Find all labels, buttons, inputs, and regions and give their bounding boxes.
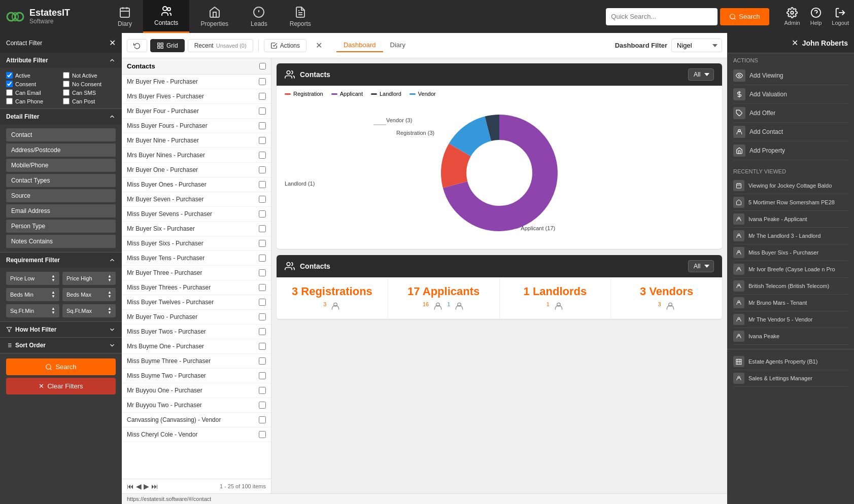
contact-row[interactable]: Mrs Buyme One - Purchaser xyxy=(122,339,271,354)
contact-row[interactable]: Miss Buyer Sixs - Purchaser xyxy=(122,236,271,251)
checkbox-can-email[interactable]: Can Email xyxy=(6,89,59,96)
filter-field-person-type[interactable]: Person Type xyxy=(6,220,116,233)
sort-order-header[interactable]: Sort Order xyxy=(0,338,122,353)
nav-properties[interactable]: Properties xyxy=(189,0,240,33)
beds-max-field[interactable]: Beds Max ▲▼ xyxy=(62,288,116,301)
bottom-item-estate[interactable]: Estate Agents Property (B1) xyxy=(733,353,848,370)
contact-row[interactable]: Canvassing (Canvassing) - Vendor xyxy=(122,413,271,427)
checkbox-not-active[interactable]: Not Active xyxy=(63,72,116,79)
contact-row[interactable]: Miss Buyer Ones - Purchaser xyxy=(122,177,271,192)
contact-row[interactable]: Mrs Buyer Fives - Purchaser xyxy=(122,89,271,104)
recent-item-landlord3[interactable]: Mr The Landlord 3 - Landlord xyxy=(733,228,848,244)
next-page-button[interactable]: ▶ xyxy=(144,482,149,490)
detail-filter-header[interactable]: Detail Filter xyxy=(0,109,122,124)
add-property-action[interactable]: Add Property xyxy=(733,141,848,160)
nav-reports[interactable]: Reports xyxy=(279,0,322,33)
contact-row[interactable]: Mr Buyer Seven - Purchaser xyxy=(122,192,271,207)
recent-item-ivana[interactable]: Ivana Peake - Applicant xyxy=(733,211,848,228)
grid-button[interactable]: Grid xyxy=(150,39,185,52)
logout-action[interactable]: Logout xyxy=(832,7,849,26)
recent-item-vendor5[interactable]: Mr The Vendor 5 - Vendor xyxy=(733,311,848,328)
search-button[interactable]: Search xyxy=(6,358,116,375)
how-hot-filter-header[interactable]: How Hot Filter xyxy=(0,322,122,338)
filter-field-source[interactable]: Source xyxy=(6,189,116,202)
recent-item-buyer-sixs[interactable]: Miss Buyer Sixs - Purchaser xyxy=(733,244,848,261)
donut-chart-svg xyxy=(433,107,565,239)
beds-min-field[interactable]: Beds Min ▲▼ xyxy=(6,288,59,301)
add-viewing-action[interactable]: Add Viewing xyxy=(733,66,848,85)
filter-close-button[interactable]: ✕ xyxy=(109,38,116,48)
sqft-max-field[interactable]: Sq.Ft.Max ▲▼ xyxy=(62,304,116,317)
add-valuation-action[interactable]: Add Valuation xyxy=(733,85,848,104)
checkbox-can-phone[interactable]: Can Phone xyxy=(6,98,59,104)
dashboard-filter-select[interactable]: Nigel xyxy=(671,39,722,52)
contact-row[interactable]: Miss Buyer Tens - Purchaser xyxy=(122,251,271,266)
contact-row[interactable]: Miss Buyer Fours - Purchaser xyxy=(122,119,271,133)
add-contact-action[interactable]: Add Contact xyxy=(733,123,848,141)
contact-row[interactable]: Mr Buyer Three - Purchaser xyxy=(122,266,271,280)
contact-row[interactable]: Miss Buyme Two - Purchaser xyxy=(122,369,271,383)
refresh-button[interactable] xyxy=(127,39,147,52)
filter-field-address[interactable]: Address/Postcode xyxy=(6,143,116,157)
contact-row[interactable]: Miss Buyer Threes - Purchaser xyxy=(122,280,271,295)
checkbox-can-post[interactable]: Can Post xyxy=(63,98,116,104)
filter-field-contact-types[interactable]: Contact Types xyxy=(6,174,116,187)
contact-row[interactable]: Miss Cheryl Cole - Vendor xyxy=(122,427,271,442)
filter-field-mobile[interactable]: Mobile/Phone xyxy=(6,159,116,172)
requirement-filter-header[interactable]: Requirement Filter xyxy=(0,253,122,268)
right-panel-close-button[interactable]: ✕ xyxy=(792,38,798,48)
contact-row[interactable]: Mr Buyer Four - Purchaser xyxy=(122,104,271,119)
price-low-field[interactable]: Price Low ▲▼ xyxy=(6,272,59,285)
actions-button[interactable]: Actions xyxy=(264,39,306,52)
recent-button[interactable]: Recent Unsaved (0) xyxy=(188,39,253,52)
checkbox-no-consent[interactable]: No Consent xyxy=(63,81,116,87)
tab-dashboard[interactable]: Dashboard xyxy=(336,39,383,52)
admin-action[interactable]: Admin xyxy=(784,7,800,26)
price-high-field[interactable]: Price High ▲▼ xyxy=(62,272,116,285)
contact-row[interactable]: Mr Buyyou One - Purchaser xyxy=(122,383,271,398)
add-property-icon xyxy=(733,145,745,157)
recent-item-ivana2[interactable]: Ivana Peake xyxy=(733,328,848,345)
contact-row[interactable]: Mrs Buyer Nines - Purchaser xyxy=(122,148,271,163)
first-page-button[interactable]: ⏮ xyxy=(127,482,134,490)
contact-row[interactable]: Mr Buyyou Two - Purchaser xyxy=(122,398,271,413)
bottom-item-manager[interactable]: Sales & Lettings Manager xyxy=(733,370,848,387)
stats-filter-select[interactable]: All xyxy=(688,260,714,272)
attribute-filter-header[interactable]: Attribute Filter xyxy=(0,53,122,68)
recent-item-british-telecom[interactable]: British Telecom (British Telecom) xyxy=(733,278,848,295)
contact-row[interactable]: Miss Buyer Sevens - Purchaser xyxy=(122,207,271,222)
contact-row[interactable]: Mr Buyer One - Purchaser xyxy=(122,163,271,177)
checkbox-active[interactable]: Active xyxy=(6,72,59,79)
last-page-button[interactable]: ⏭ xyxy=(151,482,158,490)
clear-filters-button[interactable]: ✕ Clear Filters xyxy=(6,378,116,394)
recent-item-ivor[interactable]: Mr Ivor Breefe (Cayse Loade n Pro xyxy=(733,261,848,278)
quick-search-button[interactable]: Search xyxy=(720,8,769,25)
select-all-contacts-checkbox[interactable] xyxy=(259,63,266,69)
help-action[interactable]: Help xyxy=(810,7,822,26)
nav-leads[interactable]: Leads xyxy=(240,0,279,33)
contact-row[interactable]: Mr Buyer Five - Purchaser xyxy=(122,75,271,89)
filter-field-contact[interactable]: Contact xyxy=(6,128,116,141)
add-offer-action[interactable]: Add Offer xyxy=(733,104,848,123)
checkbox-can-sms[interactable]: Can SMS xyxy=(63,89,116,96)
recent-item-bruno-mars[interactable]: Mr Bruno Mars - Tenant xyxy=(733,295,848,311)
tab-diary[interactable]: Diary xyxy=(383,39,413,52)
contact-row[interactable]: Miss Buyer Twos - Purchaser xyxy=(122,325,271,339)
toolbar-close-button[interactable]: ✕ xyxy=(310,38,328,53)
contact-row[interactable]: Miss Buyme Three - Purchaser xyxy=(122,354,271,369)
contact-row[interactable]: Mr Buyer Nine - Purchaser xyxy=(122,133,271,148)
filter-field-notes[interactable]: Notes Contains xyxy=(6,235,116,248)
filter-field-email[interactable]: Email Address xyxy=(6,204,116,218)
contact-row[interactable]: Miss Buyer Twelves - Purchaser xyxy=(122,295,271,310)
contact-row[interactable]: Mr Buyer Six - Purchaser xyxy=(122,222,271,236)
prev-page-button[interactable]: ◀ xyxy=(136,482,142,490)
nav-diary[interactable]: Diary xyxy=(107,0,143,33)
chart-filter-select[interactable]: All xyxy=(688,68,714,81)
checkbox-consent[interactable]: Consent xyxy=(6,81,59,87)
recent-item-viewing[interactable]: Viewing for Jockey Cottage Baldo xyxy=(733,177,848,194)
quick-search-input[interactable] xyxy=(606,8,718,25)
contact-row[interactable]: Mr Buyer Two - Purchaser xyxy=(122,310,271,325)
recent-item-property[interactable]: 5 Mortimer Row Somersham PE28 xyxy=(733,194,848,211)
sqft-min-field[interactable]: Sq.Ft.Min ▲▼ xyxy=(6,304,59,317)
nav-contacts[interactable]: Contacts xyxy=(143,0,189,33)
